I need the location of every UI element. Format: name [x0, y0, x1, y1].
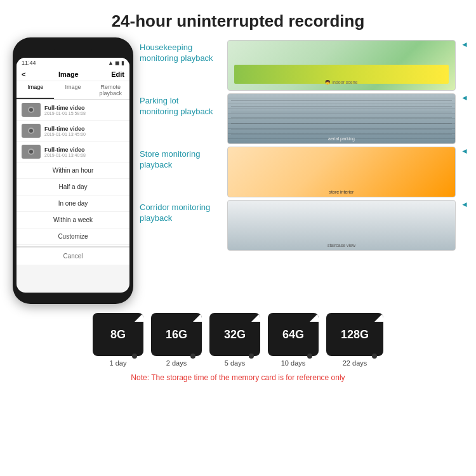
phone-header-title: Image — [58, 70, 79, 78]
phone-icons: ▲ ◼ ▮ — [108, 60, 124, 66]
monitoring-image-corridor: staircase view — [227, 200, 456, 251]
monitoring-row-store: Store monitoring playback store interior… — [140, 147, 470, 197]
main-content: 11:44 ▲ ◼ ▮ < Image Edit Image Image Rem… — [0, 37, 476, 304]
connector-3: ◄ — [461, 147, 470, 155]
sd-card-16g: 16G — [151, 313, 202, 356]
dropdown-item-oneday[interactable]: In one day — [17, 195, 129, 212]
storage-cards: 8G 1 day 16G 2 days 32G 5 days 64G 10 da… — [93, 313, 383, 367]
phone-screen: 11:44 ▲ ◼ ▮ < Image Edit Image Image Rem… — [17, 58, 129, 293]
phone-edit-btn[interactable]: Edit — [111, 70, 124, 78]
storage-note: Note: The storage time of the memory car… — [131, 373, 345, 382]
connector-2: ◄ — [461, 93, 470, 102]
storage-card-32g: 32G 5 days — [209, 313, 260, 367]
monitoring-image-parking: aerial parking — [227, 93, 456, 144]
sd-card-128g: 128G — [326, 313, 383, 356]
phone-item-title-1: Full-time video — [44, 105, 124, 111]
monitoring-row-housekeeping: Housekeeping monitoring playback 🧒 indoo… — [140, 40, 470, 91]
storage-card-16g: 16G 2 days — [151, 313, 202, 367]
phone-list-item-2[interactable]: Full-time video 2019-01-01 13:45:00 — [17, 121, 129, 142]
storage-card-128g: 128G 22 days — [326, 313, 383, 367]
sd-card-32g: 32G — [209, 313, 260, 356]
phone-list-item-1[interactable]: Full-time video 2019-01-01 15:58:08 — [17, 100, 129, 121]
phone-status-bar: 11:44 ▲ ◼ ▮ — [17, 58, 129, 68]
sd-days-128g: 22 days — [343, 359, 367, 367]
phone-item-title-3: Full-time video — [44, 147, 124, 153]
sd-days-32g: 5 days — [225, 359, 245, 367]
dropdown-item-customize[interactable]: Customize — [17, 228, 129, 245]
phone-body: 11:44 ▲ ◼ ▮ < Image Edit Image Image Rem… — [13, 37, 133, 304]
phone-list-item-3[interactable]: Full-time video 2019-01-01 13:40:08 — [17, 142, 129, 162]
phone-tab-remote[interactable]: Remote playback — [92, 81, 129, 99]
phone-tab-image[interactable]: Image — [17, 81, 54, 99]
phone-tabs: Image Image Remote playback — [17, 81, 129, 100]
phone-item-date-1: 2019-01-01 15:58:08 — [44, 111, 124, 116]
storage-section: 8G 1 day 16G 2 days 32G 5 days 64G 10 da… — [0, 304, 476, 386]
monitoring-image-housekeeping: 🧒 indoor scene — [227, 40, 456, 91]
storage-card-8g: 8G 1 day — [93, 313, 143, 367]
sd-card-64g: 64G — [268, 313, 319, 356]
dropdown-item-halfday[interactable]: Half a day — [17, 179, 129, 195]
phone-item-date-3: 2019-01-01 13:40:08 — [44, 153, 124, 157]
phone-dropdown: Within an hour Half a day In one day Wit… — [17, 162, 129, 265]
phone-thumb-3 — [22, 145, 41, 159]
monitoring-label-store: Store monitoring playback — [140, 147, 222, 171]
monitoring-image-store: store interior — [227, 147, 456, 197]
monitoring-row-parking: Parking lot monitoring playback aerial p… — [140, 93, 470, 144]
monitoring-label-housekeeping: Housekeeping monitoring playback — [140, 40, 222, 64]
sd-days-16g: 2 days — [166, 359, 187, 367]
sd-days-64g: 10 days — [281, 359, 306, 367]
connector-1: ◄ — [461, 40, 470, 49]
monitoring-label-parking: Parking lot monitoring playback — [140, 93, 222, 117]
phone-item-title-2: Full-time video — [44, 126, 124, 132]
dropdown-item-week[interactable]: Within a week — [17, 212, 129, 228]
phone-time: 11:44 — [22, 60, 36, 66]
monitoring-label-corridor: Corridor monitoring playback — [140, 200, 222, 224]
sd-days-8g: 1 day — [110, 359, 127, 367]
phone-cancel-btn[interactable]: Cancel — [17, 246, 129, 265]
sd-card-8g: 8G — [93, 313, 143, 356]
phone-back-btn[interactable]: < — [22, 70, 25, 78]
dropdown-item-hour[interactable]: Within an hour — [17, 162, 129, 179]
phone-notch — [54, 46, 92, 55]
phone-thumb-2 — [22, 124, 41, 138]
phone-tab-image2[interactable]: Image — [54, 81, 91, 99]
phone-item-date-2: 2019-01-01 13:45:00 — [44, 132, 124, 136]
right-panel: Housekeeping monitoring playback 🧒 indoo… — [140, 37, 470, 251]
phone-thumb-1 — [22, 103, 41, 117]
phone-mockup: 11:44 ▲ ◼ ▮ < Image Edit Image Image Rem… — [13, 37, 133, 304]
phone-header: < Image Edit — [17, 68, 129, 81]
connector-4: ◄ — [461, 200, 470, 209]
storage-card-64g: 64G 10 days — [268, 313, 319, 367]
page-title: 24-hour uninterrupted recording — [0, 0, 476, 37]
monitoring-row-corridor: Corridor monitoring playback staircase v… — [140, 200, 470, 251]
